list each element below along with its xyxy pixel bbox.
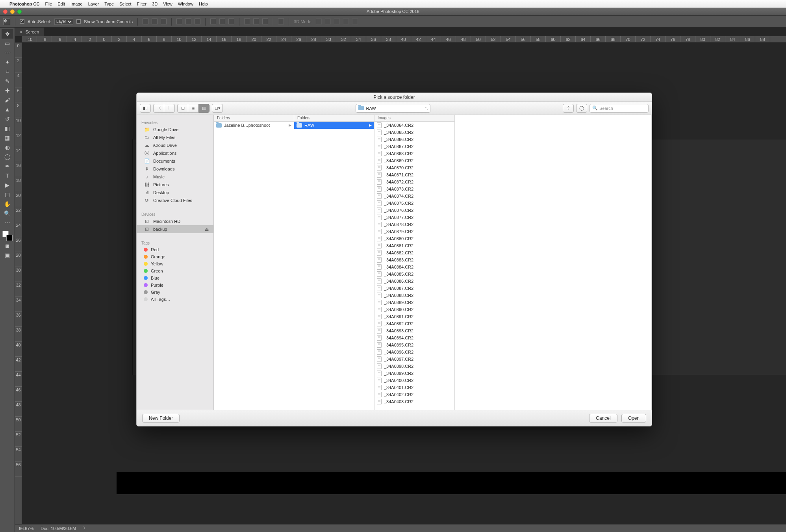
status-arrow-icon[interactable]: 〉: [83, 525, 87, 531]
align-top-icon[interactable]: [143, 19, 148, 24]
quick-select-tool[interactable]: ✦: [2, 57, 13, 67]
file-row[interactable]: _34A0386.CR2: [374, 278, 454, 285]
file-row[interactable]: _34A0366.CR2: [374, 136, 454, 143]
pen-tool[interactable]: ✒: [2, 161, 13, 171]
menu-help[interactable]: Help: [199, 2, 208, 6]
search-input[interactable]: 🔍 Search: [590, 104, 649, 113]
file-row[interactable]: _34A0383.CR2: [374, 256, 454, 263]
file-row[interactable]: _34A0400.CR2: [374, 377, 454, 384]
file-row[interactable]: _34A0377.CR2: [374, 214, 454, 221]
doc-size[interactable]: Doc: 10.5M/30.6M: [41, 526, 76, 531]
path-select-tool[interactable]: ▶: [2, 180, 13, 190]
sidebar-device-backup[interactable]: ⊡backup⏏: [137, 225, 213, 233]
file-row[interactable]: _34A0403.CR2: [374, 398, 454, 405]
align-vcenter-icon[interactable]: [152, 19, 158, 24]
tag-blue[interactable]: Blue: [137, 274, 213, 282]
sidebar-item-documents[interactable]: 📄Documents: [137, 157, 213, 165]
file-row[interactable]: _34A0376.CR2: [374, 207, 454, 214]
file-row[interactable]: _34A0381.CR2: [374, 242, 454, 249]
dist-top-icon[interactable]: [210, 19, 216, 24]
document-tab[interactable]: ×Screen: [15, 28, 44, 36]
menu-filter[interactable]: Filter: [137, 2, 146, 6]
menu-3d[interactable]: 3D: [152, 2, 158, 6]
sidebar-item-desktop[interactable]: 🖥Desktop: [137, 189, 213, 196]
auto-align-icon[interactable]: [278, 19, 284, 24]
eject-icon[interactable]: ⏏: [205, 227, 209, 232]
move-tool-icon[interactable]: ✥: [3, 18, 10, 25]
file-row[interactable]: _34A0371.CR2: [374, 171, 454, 178]
edit-toolbar[interactable]: ⋯: [2, 218, 13, 228]
brush-tool[interactable]: 🖌: [2, 95, 13, 105]
arrange-button[interactable]: ⊟▾: [212, 104, 223, 113]
file-row[interactable]: _34A0368.CR2: [374, 150, 454, 157]
cancel-button[interactable]: Cancel: [589, 414, 617, 423]
file-row[interactable]: _34A0385.CR2: [374, 271, 454, 278]
view-icons-button[interactable]: ⊞: [177, 104, 188, 113]
file-row[interactable]: _34A0378.CR2: [374, 221, 454, 228]
close-icon[interactable]: [3, 9, 7, 14]
minimize-icon[interactable]: [10, 9, 15, 14]
view-list-button[interactable]: ≡: [188, 104, 199, 113]
screen-mode-tool[interactable]: ▣: [2, 250, 13, 260]
file-row[interactable]: _34A0374.CR2: [374, 193, 454, 200]
color-swatches[interactable]: [2, 231, 13, 241]
tag-yellow[interactable]: Yellow: [137, 260, 213, 267]
sidebar-device-macintosh-hd[interactable]: ⊡Macintosh HD: [137, 217, 213, 225]
tag-purple[interactable]: Purple: [137, 282, 213, 289]
file-row[interactable]: _34A0370.CR2: [374, 164, 454, 171]
view-columns-button[interactable]: ▥: [198, 104, 209, 113]
file-row[interactable]: _34A0398.CR2: [374, 363, 454, 370]
file-row[interactable]: _34A0379.CR2: [374, 228, 454, 235]
zoom-icon[interactable]: [17, 9, 22, 14]
dist-hcenter-icon[interactable]: [253, 19, 259, 24]
tag-green[interactable]: Green: [137, 267, 213, 274]
tag-gray[interactable]: Gray: [137, 289, 213, 296]
gradient-tool[interactable]: ▦: [2, 133, 13, 143]
menu-view[interactable]: View: [163, 2, 172, 6]
file-row[interactable]: _34A0395.CR2: [374, 341, 454, 348]
sidebar-toggle-button[interactable]: ▮▯: [140, 104, 151, 113]
eraser-tool[interactable]: ◧: [2, 124, 13, 133]
tag-red[interactable]: Red: [137, 246, 213, 253]
sidebar-item-all-my-files[interactable]: 🗂All My Files: [137, 133, 213, 141]
path-dropdown[interactable]: RAW: [356, 104, 430, 113]
quick-mask-tool[interactable]: ◙: [2, 241, 13, 250]
tag-all-tags-[interactable]: All Tags…: [137, 296, 213, 303]
align-right-icon[interactable]: [195, 19, 200, 24]
tags-button[interactable]: ◯: [576, 104, 587, 113]
marquee-tool[interactable]: ▭: [2, 39, 13, 48]
nav-forward-button[interactable]: 〉: [164, 104, 175, 113]
new-folder-button[interactable]: New Folder: [142, 414, 180, 423]
blur-tool[interactable]: ◐: [2, 143, 13, 152]
menu-window[interactable]: Window: [178, 2, 193, 6]
share-button[interactable]: ⇧: [563, 104, 574, 113]
sidebar-item-icloud-drive[interactable]: ☁iCloud Drive: [137, 141, 213, 149]
zoom-level[interactable]: 66.67%: [19, 526, 33, 531]
folder-row-selected[interactable]: RAW▶: [294, 122, 374, 129]
file-row[interactable]: _34A0396.CR2: [374, 348, 454, 356]
file-row[interactable]: _34A0391.CR2: [374, 313, 454, 320]
dist-vcenter-icon[interactable]: [219, 19, 225, 24]
open-folder-button[interactable]: Open: [621, 414, 646, 423]
align-bottom-icon[interactable]: [161, 19, 167, 24]
file-row[interactable]: _34A0365.CR2: [374, 129, 454, 136]
menu-type[interactable]: Type: [104, 2, 114, 6]
ruler-vertical[interactable]: 0246810121416182022242628303234363840424…: [15, 43, 22, 524]
menu-select[interactable]: Select: [119, 2, 132, 6]
menu-image[interactable]: Image: [70, 2, 83, 6]
file-row[interactable]: _34A0387.CR2: [374, 285, 454, 292]
sidebar-item-music[interactable]: ♪Music: [137, 173, 213, 181]
file-row[interactable]: _34A0390.CR2: [374, 306, 454, 313]
file-row[interactable]: _34A0369.CR2: [374, 157, 454, 164]
file-row[interactable]: _34A0392.CR2: [374, 320, 454, 327]
file-row[interactable]: _34A0393.CR2: [374, 327, 454, 334]
auto-select-checkbox[interactable]: [20, 19, 24, 24]
dist-right-icon[interactable]: [262, 19, 268, 24]
ruler-horizontal[interactable]: -10-8-6-4-202468101214161820222426283032…: [22, 36, 786, 43]
align-left-icon[interactable]: [176, 19, 182, 24]
file-row[interactable]: _34A0399.CR2: [374, 370, 454, 377]
align-hcenter-icon[interactable]: [185, 19, 191, 24]
stamp-tool[interactable]: ▲: [2, 105, 13, 114]
dist-left-icon[interactable]: [244, 19, 250, 24]
healing-tool[interactable]: ✚: [2, 86, 13, 95]
